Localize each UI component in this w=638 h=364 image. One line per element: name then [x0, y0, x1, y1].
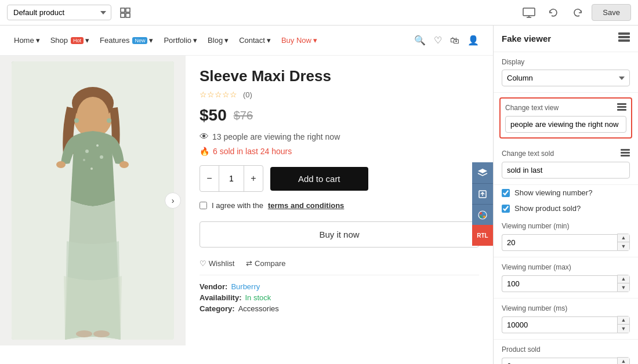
upload-icon [478, 190, 487, 199]
grid-icon-btn[interactable] [116, 3, 135, 22]
nav-shop[interactable]: Shop Hot ▾ [50, 36, 89, 45]
svg-point-24 [480, 212, 482, 214]
vendor-label: Vendor: [200, 282, 227, 291]
nav-buy-now[interactable]: Buy Now ▾ [281, 36, 317, 45]
preview-area: Home ▾ Shop Hot ▾ Features New ▾ Portfol… [0, 26, 493, 364]
qty-increase[interactable]: + [244, 166, 263, 191]
wishlist-btn[interactable]: ♡ Wishlist [200, 259, 234, 268]
svg-rect-36 [621, 155, 630, 156]
svg-point-27 [483, 216, 485, 218]
agree-row: I agree with the terms and conditions [200, 201, 479, 210]
nav-home[interactable]: Home ▾ [14, 36, 40, 45]
svg-rect-1 [126, 8, 130, 12]
vendor-value[interactable]: Burberry [231, 282, 260, 291]
qty-input[interactable] [219, 166, 244, 191]
monitor-icon-btn[interactable] [519, 2, 539, 23]
floating-rtl-btn[interactable]: RTL [472, 225, 493, 246]
next-arrow[interactable]: › [165, 192, 181, 209]
price-row: $50 $76 [200, 106, 479, 125]
save-button[interactable]: Save [592, 4, 631, 21]
floating-buttons: RTL [472, 162, 493, 246]
nav-left: Home ▾ Shop Hot ▾ Features New ▾ Portfol… [14, 36, 317, 45]
svg-rect-35 [621, 152, 630, 154]
change-text-view-input[interactable] [505, 116, 626, 133]
buy-now-btn[interactable]: Buy it now [200, 221, 479, 247]
viewing-max-down[interactable]: ▼ [618, 283, 629, 292]
redo-btn[interactable] [567, 2, 588, 23]
product-sold-up[interactable]: ▲ [618, 358, 629, 364]
change-text-sold-stack-icon[interactable] [621, 149, 630, 158]
category-row: Category: Accessories [200, 304, 479, 313]
sold-row: 🔥 6 sold in last 24 hours [200, 147, 479, 156]
eye-icon: 👁 [200, 132, 209, 142]
panel-stack-icon[interactable] [618, 32, 630, 45]
product-select[interactable]: Default product [7, 5, 111, 20]
viewing-min-up[interactable]: ▲ [618, 234, 629, 242]
viewing-max-field[interactable] [502, 275, 617, 292]
viewing-min-field[interactable] [502, 234, 617, 251]
show-viewing-checkbox[interactable] [502, 189, 510, 197]
display-select[interactable]: Column Row [502, 70, 630, 86]
actions-row: ♡ Wishlist ⇄ Compare [200, 259, 479, 268]
floating-palette-btn[interactable] [472, 204, 493, 225]
show-product-sold-row: Show product sold? [494, 201, 638, 216]
wishlist-nav-icon[interactable]: ♡ [434, 35, 442, 46]
undo-btn[interactable] [543, 2, 564, 23]
qty-decrease[interactable]: − [200, 166, 219, 191]
viewing-max-input-row: ▲ ▼ [502, 275, 630, 292]
nav-shop-chevron: ▾ [85, 36, 89, 45]
rating-count: (0) [243, 90, 252, 99]
main-layout: Home ▾ Shop Hot ▾ Features New ▾ Portfol… [0, 26, 638, 364]
agree-checkbox[interactable] [200, 202, 207, 209]
nav-features[interactable]: Features New ▾ [100, 36, 153, 45]
price-current: $50 [200, 106, 227, 125]
nav-blog[interactable]: Blog ▾ [208, 36, 229, 45]
floating-layers-btn[interactable] [472, 162, 493, 183]
svg-point-15 [90, 168, 93, 170]
search-icon[interactable]: 🔍 [414, 35, 426, 46]
toolbar-left: Default product [7, 3, 135, 22]
sold-stack-icon [621, 149, 630, 156]
viewing-min-down[interactable]: ▼ [618, 242, 629, 250]
cart-icon[interactable]: 🛍 [450, 35, 459, 46]
show-product-sold-label: Show product sold? [514, 204, 581, 213]
svg-point-19 [93, 330, 110, 337]
svg-point-25 [483, 212, 485, 214]
product-sold-section: Product sold ▲ ▼ [494, 340, 638, 364]
monitor-icon [523, 8, 535, 18]
floating-upload-btn[interactable] [472, 183, 493, 204]
terms-link[interactable]: terms and conditions [268, 201, 344, 210]
compare-btn[interactable]: ⇄ Compare [246, 259, 285, 268]
grid-icon [119, 7, 131, 19]
nav-icons: 🔍 ♡ 🛍 👤 [414, 35, 479, 46]
stack-icon-small [617, 103, 626, 111]
product-image [12, 61, 174, 340]
change-text-sold-label: Change text sold [502, 150, 554, 158]
viewing-ms-down[interactable]: ▼ [618, 325, 629, 333]
product-title: Sleeve Maxi Dress [200, 67, 479, 85]
change-text-sold-input[interactable] [502, 162, 630, 179]
sold-text: 6 sold in last 24 hours [213, 147, 292, 156]
change-text-view-stack-icon[interactable] [617, 103, 626, 112]
nav-contact[interactable]: Contact ▾ [239, 36, 271, 45]
viewing-ms-field[interactable] [502, 316, 617, 333]
availability-value: In stock [245, 293, 271, 302]
nav-home-chevron: ▾ [36, 36, 40, 45]
show-product-sold-checkbox[interactable] [502, 205, 510, 213]
svg-point-10 [77, 97, 109, 136]
shop-hot-badge: Hot [71, 37, 84, 44]
viewing-ms-up[interactable]: ▲ [618, 316, 629, 325]
account-icon[interactable]: 👤 [467, 35, 479, 46]
product-image-col: › [0, 56, 186, 345]
nav-bar: Home ▾ Shop Hot ▾ Features New ▾ Portfol… [0, 26, 493, 56]
add-to-cart-btn[interactable]: Add to cart [270, 167, 368, 191]
product-sold-field[interactable] [502, 358, 617, 365]
price-original: $76 [234, 109, 253, 122]
panel-title: Fake viewer [502, 34, 551, 43]
nav-features-chevron: ▾ [149, 36, 153, 45]
availability-row: Availability: In stock [200, 293, 479, 302]
viewing-max-up[interactable]: ▲ [618, 275, 629, 283]
svg-rect-32 [617, 106, 626, 108]
svg-point-18 [76, 330, 92, 337]
nav-portfolio[interactable]: Portfolio ▾ [164, 36, 197, 45]
